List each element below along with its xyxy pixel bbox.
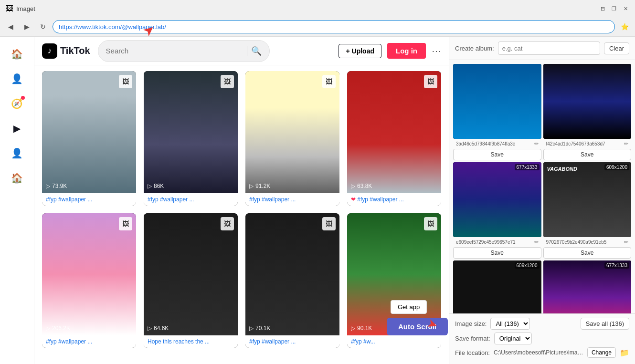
sidebar-item-following[interactable]: 👤 bbox=[6, 67, 29, 90]
imaget-image-item: VAGABOND 609x1200 9702670c9b2e490a9c91eb… bbox=[543, 162, 632, 259]
tiktok-page: 🏠 👤 🧭 ▶ 👤 🏠 ♪ TikTok 🔍 + Up bbox=[0, 37, 449, 364]
feed-thumbnail bbox=[42, 213, 136, 335]
window-controls: ⊟ ❐ ✕ bbox=[599, 5, 629, 12]
header-actions: + Upload Log in ⋯ bbox=[339, 43, 441, 59]
save-icon[interactable]: 🖼 bbox=[322, 75, 336, 88]
refresh-button[interactable]: ↻ bbox=[36, 20, 50, 33]
image-thumbnail: VAGABOND bbox=[543, 162, 632, 237]
imaget-image-item: 677x1333 e609eef5729c45e99657e71 ✏ Save bbox=[453, 162, 541, 259]
edit-icon[interactable]: ✏ bbox=[534, 239, 539, 245]
sidebar-item-live[interactable]: ▶ bbox=[6, 117, 29, 140]
image-save-button[interactable]: Save bbox=[453, 149, 541, 160]
more-button[interactable]: ⋯ bbox=[432, 45, 441, 57]
bookmark-icon[interactable]: ⭐ bbox=[618, 20, 631, 33]
image-info: f42c4ad1dc7540679a653d7 ✏ bbox=[543, 139, 632, 149]
image-size-label: Image size: bbox=[455, 320, 487, 327]
image-dimensions: 677x1333 bbox=[604, 262, 629, 269]
imaget-sidebar: Create album: Clear 3ad46c5d79844f9b874f… bbox=[449, 37, 635, 364]
edit-icon[interactable]: ✏ bbox=[624, 239, 628, 245]
app-icon: 🖼 bbox=[6, 5, 13, 12]
create-album-label: Create album: bbox=[455, 45, 494, 52]
feed-card[interactable]: 🖼 ▷73.9K #fyp #wallpaper ... bbox=[42, 71, 136, 206]
feed-card[interactable]: 🖼 ▷86K #fyp #wallpaper ... bbox=[144, 71, 238, 206]
maximize-button[interactable]: ❐ bbox=[610, 5, 618, 12]
imaget-top-bar: Create album: Clear bbox=[449, 37, 635, 60]
feed-thumbnail bbox=[42, 71, 136, 193]
login-button[interactable]: Log in bbox=[387, 43, 426, 59]
save-all-button[interactable]: Save all (136) bbox=[581, 318, 629, 330]
image-info: 9702670c9b2e490a9c91eb5 ✏ bbox=[543, 237, 632, 247]
close-button[interactable]: ✕ bbox=[622, 5, 629, 12]
tiktok-logo: ♪ TikTok bbox=[42, 43, 90, 59]
upload-button[interactable]: + Upload bbox=[339, 44, 381, 58]
image-dimensions: 609x1200 bbox=[515, 262, 540, 269]
search-input[interactable] bbox=[106, 47, 243, 55]
image-save-button[interactable]: Save bbox=[453, 247, 541, 259]
save-icon[interactable]: 🖼 bbox=[322, 217, 336, 230]
image-save-button[interactable]: Save bbox=[543, 149, 632, 160]
play-count: ▷70.1K bbox=[249, 325, 270, 332]
edit-icon[interactable]: ✏ bbox=[534, 141, 539, 147]
save-icon[interactable]: 🖼 bbox=[119, 75, 132, 88]
title-bar-left: 🖼 Imaget bbox=[6, 5, 35, 12]
feed-card[interactable]: 🖼 ▷64.6K Hope this reaches the ... bbox=[144, 213, 238, 348]
play-count: ▷64.6K bbox=[148, 325, 169, 332]
feed-caption: #fyp #wallpaper ... bbox=[42, 335, 136, 348]
save-format-select[interactable]: Original bbox=[494, 333, 532, 344]
imaget-bottom-bar: Image size: All (136) Save all (136) Sav… bbox=[449, 313, 635, 364]
imaget-image-item: 3ad46c5d79844f9b874ffa3c ✏ Save bbox=[453, 64, 541, 160]
overlay-panel: Get app Auto Scroll bbox=[387, 300, 448, 335]
feed-card[interactable]: 🖼 ▷70.1K #fyp #wallpaper ... bbox=[245, 213, 339, 348]
save-icon[interactable]: 🖼 bbox=[221, 75, 234, 88]
feed-card[interactable]: 🖼 ▷63.8K ❤ #fyp #wallpaper ... bbox=[347, 71, 441, 206]
save-icon[interactable]: 🖼 bbox=[119, 217, 132, 230]
feed-caption: #fyp #wallpaper ... bbox=[144, 193, 238, 206]
play-count: ▷63.8K bbox=[351, 183, 372, 189]
feed-caption: Hope this reaches the ... bbox=[144, 335, 238, 348]
sidebar-item-explore[interactable]: 🧭 bbox=[6, 92, 29, 115]
create-album-input[interactable] bbox=[498, 42, 600, 55]
edit-icon[interactable]: ✏ bbox=[624, 141, 628, 147]
image-thumbnail bbox=[543, 64, 632, 139]
image-hash: 9702670c9b2e490a9c91eb5 bbox=[546, 239, 623, 245]
play-count: ▷90.1K bbox=[351, 325, 372, 332]
image-save-button[interactable]: Save bbox=[543, 247, 632, 259]
save-icon[interactable]: 🖼 bbox=[424, 75, 437, 88]
clear-button[interactable]: Clear bbox=[604, 42, 629, 54]
browser-chrome: 🖼 Imaget ⊟ ❐ ✕ ◀ ▶ ↻ ⭐ bbox=[0, 0, 635, 37]
image-size-row: Image size: All (136) Save all (136) bbox=[455, 318, 629, 330]
save-icon[interactable]: 🖼 bbox=[221, 217, 234, 230]
feed-thumbnail bbox=[347, 71, 441, 193]
play-count: ▷86K bbox=[148, 183, 164, 189]
image-hash: f42c4ad1dc7540679a653d7 bbox=[546, 141, 623, 146]
forward-button[interactable]: ▶ bbox=[20, 20, 33, 33]
sidebar-item-profile[interactable]: 👤 bbox=[6, 142, 29, 165]
back-button[interactable]: ◀ bbox=[4, 20, 17, 33]
save-icon[interactable]: 🖼 bbox=[424, 217, 437, 230]
folder-icon[interactable]: 📁 bbox=[620, 348, 629, 357]
play-count: ▷91.2K bbox=[249, 183, 270, 189]
search-button[interactable]: 🔍 bbox=[251, 46, 262, 56]
file-location-row: File location: C:\Users\mobeesoft\Pictur… bbox=[455, 347, 629, 358]
title-bar: 🖼 Imaget ⊟ ❐ ✕ bbox=[0, 0, 635, 17]
tiktok-logo-icon: ♪ bbox=[42, 43, 57, 59]
file-location-label: File location: bbox=[455, 349, 490, 356]
tiktok-search-bar[interactable]: 🔍 bbox=[98, 40, 270, 62]
url-bar[interactable] bbox=[53, 20, 615, 33]
feed-caption: #fyp #wallpaper ... bbox=[42, 193, 136, 206]
sidebar-item-saved[interactable]: 🏠 bbox=[6, 166, 29, 189]
change-location-button[interactable]: Change bbox=[587, 347, 616, 358]
feed-card[interactable]: 🖼 ▷206.2K #fyp #wallpaper ... bbox=[42, 213, 136, 348]
search-divider bbox=[247, 46, 247, 56]
sidebar-item-home[interactable]: 🏠 bbox=[6, 42, 29, 65]
minimize-button[interactable]: ⊟ bbox=[599, 5, 606, 12]
image-thumbnail bbox=[453, 64, 541, 139]
feed-caption: ❤ #fyp #wallpaper ... bbox=[347, 193, 441, 206]
feed-thumbnail bbox=[245, 71, 339, 193]
imaget-image-item: f42c4ad1dc7540679a653d7 ✏ Save bbox=[543, 64, 632, 160]
feed-card[interactable]: 🖼 ▷91.2K #fyp #wallpaper ... bbox=[245, 71, 339, 206]
imaget-image-grid: 3ad46c5d79844f9b874ffa3c ✏ Save f42c4ad1… bbox=[449, 60, 635, 313]
get-app-button[interactable]: Get app bbox=[391, 300, 427, 314]
file-path: C:\Users\mobeesoft\Pictures\imaget bbox=[494, 349, 583, 356]
image-size-select[interactable]: All (136) bbox=[490, 318, 530, 330]
